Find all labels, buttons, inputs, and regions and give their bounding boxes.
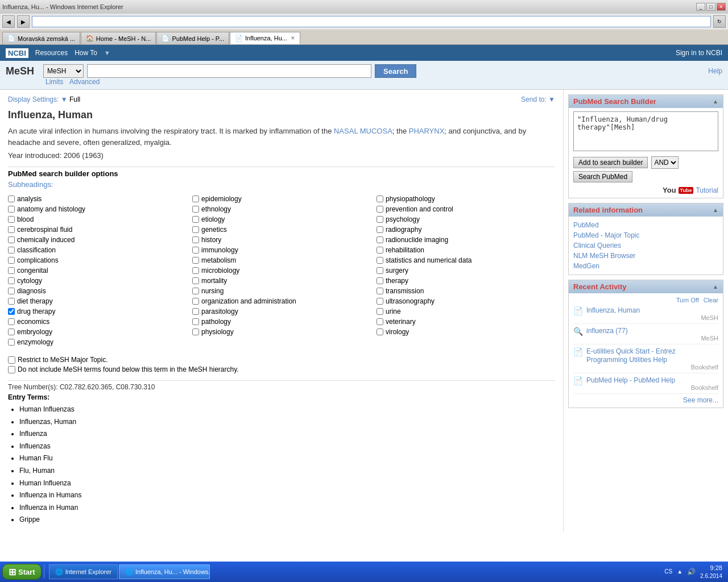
subheading-label: blood [17, 215, 34, 223]
search-builder-collapse[interactable]: ▲ [713, 98, 718, 105]
subheading-checkbox-virology[interactable] [377, 329, 383, 335]
entry-term-item: Influenzas [19, 440, 555, 453]
subheading-checkbox-parasitology[interactable] [192, 308, 199, 315]
tab-influenza[interactable]: 📄 Influenza, Hu... ✕ [230, 32, 300, 44]
subheading-checkbox-immunology[interactable] [192, 247, 199, 253]
subheading-checkbox-ultrasonography[interactable] [377, 298, 383, 305]
subheading-checkbox-congenital[interactable] [8, 267, 15, 274]
search-builder-textarea[interactable] [573, 111, 718, 151]
help-link[interactable]: Help [708, 67, 722, 75]
subheading-checkbox-diet-therapy[interactable] [8, 298, 15, 305]
turn-off-link[interactable]: Turn Off [676, 297, 699, 304]
subheading-checkbox-veterinary[interactable] [377, 318, 383, 325]
search-builder-title: PubMed Search Builder [573, 97, 656, 106]
related-link[interactable]: NLM MeSH Browser [573, 251, 718, 261]
subheading-checkbox-anatomy-and-histology[interactable] [8, 206, 15, 213]
display-settings-link[interactable]: Display Settings: ▼ [8, 95, 69, 103]
search-input[interactable] [87, 64, 371, 78]
recent-controls: Turn Off Clear [573, 297, 718, 304]
subheading-checkbox-psychology[interactable] [377, 216, 383, 223]
subheading-checkbox-nursing[interactable] [192, 288, 199, 294]
search-button[interactable]: Search [375, 64, 416, 78]
tab-close-icon[interactable]: ✕ [291, 35, 295, 41]
maximize-button[interactable]: □ [706, 3, 715, 11]
subheading-checkbox-cytology[interactable] [8, 277, 15, 284]
tutorial-link[interactable]: Tutorial [696, 186, 718, 194]
activity-title-link[interactable]: PubMed Help - PubMed Help [586, 376, 675, 384]
subheading-checkbox-economics[interactable] [8, 318, 15, 325]
subheading-checkbox-radionuclide-imaging[interactable] [377, 236, 383, 243]
subheading-checkbox-cerebrospinal-fluid[interactable] [8, 226, 15, 233]
address-bar: ◀ ▶ http://www.ncbi.nlm.nih.gov/mesh/680… [0, 14, 728, 30]
subheading-checkbox-history[interactable] [192, 236, 199, 243]
subheading-checkbox-microbiology[interactable] [192, 267, 199, 274]
related-link[interactable]: Clinical Queries [573, 240, 718, 251]
checkbox-item: radiography [377, 225, 555, 234]
subheading-checkbox-physiopathology[interactable] [377, 196, 383, 202]
subheading-checkbox-complications[interactable] [8, 257, 15, 264]
activity-title-link[interactable]: influenza (77) [586, 327, 628, 335]
resources-link[interactable]: Resources [35, 49, 68, 57]
title-bar-controls: _ □ ✕ [696, 3, 726, 11]
subheading-checkbox-genetics[interactable] [192, 226, 199, 233]
see-more-link[interactable]: See more... [573, 396, 718, 404]
related-link[interactable]: PubMed - Major Topic [573, 230, 718, 240]
close-button[interactable]: ✕ [717, 3, 726, 11]
search-database-select[interactable]: MeSH PubMed Books [43, 64, 84, 78]
nasal-mucosa-link[interactable]: NASAL MUCOSA [334, 127, 392, 135]
subheading-checkbox-diagnosis[interactable] [8, 288, 15, 294]
activity-title-link[interactable]: E-utilities Quick Start - Entrez Program… [586, 347, 676, 364]
subheading-checkbox-epidemiology[interactable] [192, 196, 199, 202]
subheading-checkbox-rehabilitation[interactable] [377, 247, 383, 253]
pharynx-link[interactable]: PHARYNX [409, 127, 445, 135]
sign-in-link[interactable]: Sign in to NCBI [676, 49, 722, 57]
subheading-checkbox-enzymology[interactable] [8, 339, 15, 346]
subheading-checkbox-embryology[interactable] [8, 329, 15, 335]
subheading-checkbox-transmission[interactable] [377, 288, 383, 294]
minimize-button[interactable]: _ [696, 3, 705, 11]
subheading-checkbox-mortality[interactable] [192, 277, 199, 284]
tree-numbers: Tree Number(s): C02.782.620.365, C08.730… [8, 383, 555, 391]
subheading-checkbox-prevention-and-control[interactable] [377, 206, 383, 213]
tab-pubmed-help[interactable]: 📄 PubMed Help - P... [156, 32, 229, 44]
subheading-checkbox-chemically-induced[interactable] [8, 236, 15, 243]
restrict-major-checkbox[interactable] [8, 356, 15, 364]
limits-link[interactable]: Limits [46, 78, 63, 86]
restrict-exclude-checkbox[interactable] [8, 366, 15, 373]
subheading-checkbox-surgery[interactable] [377, 267, 383, 274]
subheading-checkbox-therapy[interactable] [377, 277, 383, 284]
checkbox-item: therapy [377, 276, 555, 285]
howto-link[interactable]: How To [75, 49, 97, 57]
refresh-button[interactable]: ↻ [713, 15, 726, 28]
subheading-checkbox-physiology[interactable] [192, 329, 199, 335]
subheading-checkbox-pathology[interactable] [192, 318, 199, 325]
address-input[interactable]: http://www.ncbi.nlm.nih.gov/mesh/6800725… [32, 16, 711, 27]
subheading-checkbox-ethnology[interactable] [192, 206, 199, 213]
subheading-checkbox-drug-therapy[interactable] [8, 308, 15, 315]
subheading-checkbox-analysis[interactable] [8, 196, 15, 202]
subheading-checkbox-blood[interactable] [8, 216, 15, 223]
related-info-collapse[interactable]: ▲ [713, 207, 718, 213]
advanced-link[interactable]: Advanced [69, 78, 100, 86]
boolean-operator-select[interactable]: AND OR NOT [651, 156, 679, 169]
activity-title-link[interactable]: Influenza, Human [586, 306, 640, 314]
forward-button[interactable]: ▶ [17, 15, 30, 28]
subheading-checkbox-etiology[interactable] [192, 216, 199, 223]
related-link[interactable]: PubMed [573, 220, 718, 230]
subheading-checkbox-organization-and-administration[interactable] [192, 298, 199, 305]
clear-link[interactable]: Clear [704, 297, 718, 304]
subheading-checkbox-urine[interactable] [377, 308, 383, 315]
recent-activity-collapse[interactable]: ▲ [713, 284, 718, 290]
search-pubmed-button[interactable]: Search PubMed [573, 171, 632, 182]
subheading-checkbox-classification[interactable] [8, 247, 15, 253]
subheadings-link[interactable]: Subheadings: [8, 180, 555, 189]
tab-moravska[interactable]: 📄 Moravská zemská ... [2, 32, 80, 44]
tab-home-mesh[interactable]: 🏠 Home - MeSH - N... [81, 32, 156, 44]
subheading-checkbox-metabolism[interactable] [192, 257, 199, 264]
subheading-checkbox-radiography[interactable] [377, 226, 383, 233]
add-to-search-builder-button[interactable]: Add to search builder [573, 157, 648, 168]
related-link[interactable]: MedGen [573, 261, 718, 271]
send-to-link[interactable]: Send to: ▼ [521, 95, 555, 103]
back-button[interactable]: ◀ [2, 15, 15, 28]
subheading-checkbox-statistics-and-numerical-data[interactable] [377, 257, 383, 264]
